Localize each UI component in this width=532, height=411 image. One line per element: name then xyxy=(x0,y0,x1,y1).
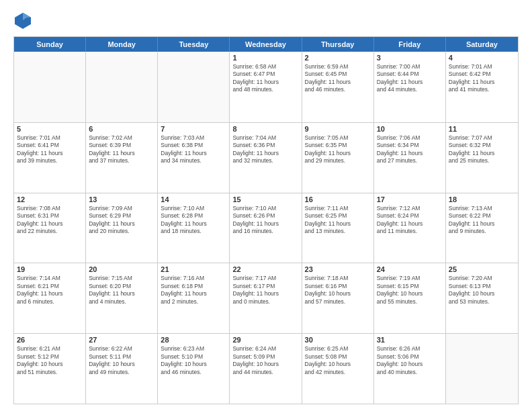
calendar: SundayMondayTuesdayWednesdayThursdayFrid… xyxy=(13,36,519,404)
day-number: 26 xyxy=(17,336,83,344)
day-info: Sunrise: 6:22 AM Sunset: 5:11 PM Dayligh… xyxy=(89,345,154,376)
calendar-day-22: 22Sunrise: 7:17 AM Sunset: 6:17 PM Dayli… xyxy=(230,263,302,333)
calendar-week-5: 26Sunrise: 6:21 AM Sunset: 5:12 PM Dayli… xyxy=(14,333,518,404)
calendar-body: 1Sunrise: 6:58 AM Sunset: 6:47 PM Daylig… xyxy=(14,52,518,404)
calendar-day-18: 18Sunrise: 7:13 AM Sunset: 6:22 PM Dayli… xyxy=(446,193,518,263)
day-number: 1 xyxy=(232,54,298,62)
day-number: 15 xyxy=(232,195,298,203)
day-number: 14 xyxy=(161,195,226,203)
day-number: 23 xyxy=(305,265,371,273)
calendar-day-20: 20Sunrise: 7:15 AM Sunset: 6:20 PM Dayli… xyxy=(86,263,158,333)
calendar-day-17: 17Sunrise: 7:12 AM Sunset: 6:24 PM Dayli… xyxy=(374,193,446,263)
day-info: Sunrise: 7:19 AM Sunset: 6:15 PM Dayligh… xyxy=(377,275,443,306)
day-info: Sunrise: 7:07 AM Sunset: 6:32 PM Dayligh… xyxy=(449,134,515,165)
calendar-day-empty xyxy=(14,52,86,122)
weekday-header-sunday: Sunday xyxy=(14,37,86,52)
weekday-header-monday: Monday xyxy=(86,37,158,52)
calendar-day-11: 11Sunrise: 7:07 AM Sunset: 6:32 PM Dayli… xyxy=(446,123,518,193)
calendar-day-30: 30Sunrise: 6:25 AM Sunset: 5:08 PM Dayli… xyxy=(302,334,374,404)
calendar-day-4: 4Sunrise: 7:01 AM Sunset: 6:42 PM Daylig… xyxy=(446,52,518,122)
day-number: 11 xyxy=(449,125,515,133)
calendar-day-6: 6Sunrise: 7:02 AM Sunset: 6:39 PM Daylig… xyxy=(86,123,158,193)
day-number: 18 xyxy=(449,195,515,203)
day-number: 7 xyxy=(161,125,226,133)
calendar-day-9: 9Sunrise: 7:05 AM Sunset: 6:35 PM Daylig… xyxy=(302,123,374,193)
day-info: Sunrise: 7:14 AM Sunset: 6:21 PM Dayligh… xyxy=(17,275,83,306)
weekday-header-thursday: Thursday xyxy=(302,37,374,52)
day-number: 25 xyxy=(449,265,515,273)
calendar-day-29: 29Sunrise: 6:24 AM Sunset: 5:09 PM Dayli… xyxy=(230,334,302,404)
calendar-day-10: 10Sunrise: 7:06 AM Sunset: 6:34 PM Dayli… xyxy=(374,123,446,193)
day-info: Sunrise: 7:06 AM Sunset: 6:34 PM Dayligh… xyxy=(377,134,443,165)
day-number: 19 xyxy=(17,265,83,273)
day-number: 30 xyxy=(305,336,371,344)
day-info: Sunrise: 6:59 AM Sunset: 6:45 PM Dayligh… xyxy=(305,63,371,94)
day-info: Sunrise: 6:25 AM Sunset: 5:08 PM Dayligh… xyxy=(305,345,371,376)
day-info: Sunrise: 6:24 AM Sunset: 5:09 PM Dayligh… xyxy=(232,345,298,376)
calendar-week-4: 19Sunrise: 7:14 AM Sunset: 6:21 PM Dayli… xyxy=(14,263,518,333)
calendar-day-28: 28Sunrise: 6:23 AM Sunset: 5:10 PM Dayli… xyxy=(158,334,230,404)
calendar-day-13: 13Sunrise: 7:09 AM Sunset: 6:29 PM Dayli… xyxy=(86,193,158,263)
header xyxy=(13,11,519,30)
day-info: Sunrise: 7:10 AM Sunset: 6:26 PM Dayligh… xyxy=(232,205,298,236)
day-number: 17 xyxy=(377,195,443,203)
calendar-day-31: 31Sunrise: 6:26 AM Sunset: 5:06 PM Dayli… xyxy=(374,334,446,404)
calendar-day-7: 7Sunrise: 7:03 AM Sunset: 6:38 PM Daylig… xyxy=(158,123,230,193)
day-info: Sunrise: 7:20 AM Sunset: 6:13 PM Dayligh… xyxy=(449,275,515,306)
day-number: 20 xyxy=(89,265,154,273)
day-number: 12 xyxy=(17,195,83,203)
day-number: 4 xyxy=(449,54,515,62)
calendar-day-23: 23Sunrise: 7:18 AM Sunset: 6:16 PM Dayli… xyxy=(302,263,374,333)
day-number: 10 xyxy=(377,125,443,133)
weekday-header-friday: Friday xyxy=(374,37,446,52)
logo xyxy=(13,11,35,30)
day-number: 21 xyxy=(161,265,226,273)
calendar-day-27: 27Sunrise: 6:22 AM Sunset: 5:11 PM Dayli… xyxy=(86,334,158,404)
day-number: 13 xyxy=(89,195,154,203)
calendar-day-16: 16Sunrise: 7:11 AM Sunset: 6:25 PM Dayli… xyxy=(302,193,374,263)
weekday-header-wednesday: Wednesday xyxy=(230,37,302,52)
day-info: Sunrise: 7:18 AM Sunset: 6:16 PM Dayligh… xyxy=(305,275,371,306)
calendar-day-empty xyxy=(158,52,230,122)
calendar-day-3: 3Sunrise: 7:00 AM Sunset: 6:44 PM Daylig… xyxy=(374,52,446,122)
calendar-day-empty xyxy=(86,52,158,122)
calendar-week-2: 5Sunrise: 7:01 AM Sunset: 6:41 PM Daylig… xyxy=(14,122,518,193)
day-info: Sunrise: 7:16 AM Sunset: 6:18 PM Dayligh… xyxy=(161,275,226,306)
day-info: Sunrise: 7:11 AM Sunset: 6:25 PM Dayligh… xyxy=(305,205,371,236)
calendar-day-12: 12Sunrise: 7:08 AM Sunset: 6:31 PM Dayli… xyxy=(14,193,86,263)
day-number: 16 xyxy=(305,195,371,203)
calendar-day-8: 8Sunrise: 7:04 AM Sunset: 6:36 PM Daylig… xyxy=(230,123,302,193)
calendar-day-2: 2Sunrise: 6:59 AM Sunset: 6:45 PM Daylig… xyxy=(302,52,374,122)
day-info: Sunrise: 7:09 AM Sunset: 6:29 PM Dayligh… xyxy=(89,205,154,236)
day-info: Sunrise: 7:01 AM Sunset: 6:41 PM Dayligh… xyxy=(17,134,83,165)
weekday-header-saturday: Saturday xyxy=(446,37,518,52)
calendar-day-25: 25Sunrise: 7:20 AM Sunset: 6:13 PM Dayli… xyxy=(446,263,518,333)
day-number: 27 xyxy=(89,336,154,344)
calendar-day-14: 14Sunrise: 7:10 AM Sunset: 6:28 PM Dayli… xyxy=(158,193,230,263)
day-number: 5 xyxy=(17,125,83,133)
day-info: Sunrise: 7:00 AM Sunset: 6:44 PM Dayligh… xyxy=(377,63,443,94)
calendar-week-1: 1Sunrise: 6:58 AM Sunset: 6:47 PM Daylig… xyxy=(14,52,518,122)
day-info: Sunrise: 6:23 AM Sunset: 5:10 PM Dayligh… xyxy=(161,345,226,376)
day-info: Sunrise: 7:05 AM Sunset: 6:35 PM Dayligh… xyxy=(305,134,371,165)
day-info: Sunrise: 7:08 AM Sunset: 6:31 PM Dayligh… xyxy=(17,205,83,236)
day-info: Sunrise: 7:13 AM Sunset: 6:22 PM Dayligh… xyxy=(449,205,515,236)
day-number: 22 xyxy=(232,265,298,273)
day-number: 24 xyxy=(377,265,443,273)
day-info: Sunrise: 7:15 AM Sunset: 6:20 PM Dayligh… xyxy=(89,275,154,306)
calendar-day-26: 26Sunrise: 6:21 AM Sunset: 5:12 PM Dayli… xyxy=(14,334,86,404)
calendar-day-19: 19Sunrise: 7:14 AM Sunset: 6:21 PM Dayli… xyxy=(14,263,86,333)
day-number: 3 xyxy=(377,54,443,62)
day-number: 6 xyxy=(89,125,154,133)
calendar-header: SundayMondayTuesdayWednesdayThursdayFrid… xyxy=(14,37,518,52)
day-number: 29 xyxy=(232,336,298,344)
day-number: 28 xyxy=(161,336,226,344)
day-info: Sunrise: 7:10 AM Sunset: 6:28 PM Dayligh… xyxy=(161,205,226,236)
day-number: 31 xyxy=(377,336,443,344)
day-info: Sunrise: 7:01 AM Sunset: 6:42 PM Dayligh… xyxy=(449,63,515,94)
day-number: 9 xyxy=(305,125,371,133)
calendar-week-3: 12Sunrise: 7:08 AM Sunset: 6:31 PM Dayli… xyxy=(14,193,518,263)
day-info: Sunrise: 6:58 AM Sunset: 6:47 PM Dayligh… xyxy=(232,63,298,94)
day-info: Sunrise: 6:21 AM Sunset: 5:12 PM Dayligh… xyxy=(17,345,83,376)
calendar-day-24: 24Sunrise: 7:19 AM Sunset: 6:15 PM Dayli… xyxy=(374,263,446,333)
